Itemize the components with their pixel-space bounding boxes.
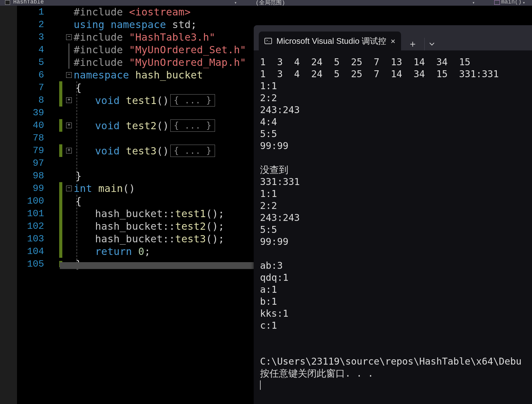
- class-icon: [5, 0, 10, 5]
- terminal-output[interactable]: 1 3 4 24 5 25 7 13 14 34 15 1 3 4 24 5 2…: [254, 50, 532, 397]
- line-number: 5: [0, 57, 44, 68]
- editor-navigation-bar: HashTable ▾ (全局范围) ▾ main() ▾: [0, 0, 532, 6]
- console-icon: [264, 38, 272, 44]
- line-number: 4: [0, 44, 44, 55]
- scope-dropdown[interactable]: (全局范围): [256, 0, 285, 6]
- scope-label: (全局范围): [256, 0, 285, 6]
- terminal-window: Microsoft Visual Studio 调试控 ✕ ＋ 1 3 4 24…: [254, 25, 532, 404]
- preproc-bar: [69, 43, 69, 56]
- line-number: 40: [0, 120, 44, 131]
- function-icon: [494, 0, 500, 5]
- code-content: using namespace std;: [74, 19, 197, 31]
- line-number: 105: [0, 259, 44, 269]
- git-change-marker: [59, 220, 62, 233]
- code-content: }: [76, 170, 82, 182]
- line-number: 97: [0, 158, 44, 169]
- preproc-bar: [69, 56, 69, 69]
- git-change-marker: [59, 119, 62, 132]
- terminal-cursor: [260, 380, 261, 390]
- collapsed-region[interactable]: { ... }: [170, 145, 215, 157]
- code-content: #include "MyUnOrdered_Map.h": [74, 56, 246, 68]
- git-change-marker: [59, 233, 62, 245]
- terminal-tab-title: Microsoft Visual Studio 调试控: [276, 36, 386, 47]
- git-change-marker: [59, 245, 62, 258]
- code-content: #include "MyUnOrdered_Set.h": [74, 44, 246, 56]
- fold-expand-icon[interactable]: +: [66, 148, 72, 153]
- line-number: 99: [0, 183, 44, 194]
- terminal-tab[interactable]: Microsoft Visual Studio 调试控 ✕: [259, 32, 401, 50]
- code-content: hash_bucket::test2();: [95, 220, 224, 232]
- line-number: 2: [0, 19, 44, 30]
- terminal-menu-button[interactable]: [424, 38, 439, 50]
- line-number: 8: [0, 95, 44, 106]
- git-change-marker: [59, 195, 62, 207]
- code-content: void test2(){ ... }: [95, 119, 215, 132]
- line-number: 101: [0, 208, 44, 219]
- code-content: #include <iostream>: [74, 6, 191, 18]
- git-change-marker: [59, 182, 62, 195]
- git-change-marker: [59, 144, 62, 157]
- collapsed-region[interactable]: { ... }: [170, 119, 215, 132]
- code-content: namespace hash_bucket: [74, 69, 203, 81]
- chevron-down-icon[interactable]: ▾: [234, 0, 237, 5]
- chevron-down-icon[interactable]: ▾: [472, 0, 475, 5]
- git-change-marker: [59, 81, 62, 94]
- fold-expand-icon[interactable]: +: [66, 123, 72, 128]
- code-content: {: [76, 82, 94, 94]
- git-change-marker: [59, 207, 62, 220]
- new-tab-button[interactable]: ＋: [401, 38, 424, 50]
- fold-collapse-icon[interactable]: −: [66, 72, 72, 78]
- terminal-titlebar: Microsoft Visual Studio 调试控 ✕ ＋: [254, 25, 532, 50]
- code-content: #include "HashTable3.h": [74, 31, 215, 43]
- line-number: 78: [0, 133, 44, 143]
- git-change-marker: [59, 94, 62, 107]
- code-content: void test3(){ ... }: [95, 145, 215, 157]
- line-number: 98: [0, 170, 44, 181]
- close-icon[interactable]: ✕: [391, 37, 395, 46]
- line-number: 1: [0, 7, 44, 17]
- code-content: hash_bucket::test1();: [95, 208, 224, 220]
- fold-collapse-icon[interactable]: −: [66, 186, 72, 191]
- line-number: 7: [0, 82, 44, 93]
- line-number: 79: [0, 145, 44, 156]
- class-scope-label: HashTable: [13, 0, 44, 5]
- line-number: 6: [0, 70, 44, 80]
- line-number: 100: [0, 196, 44, 206]
- line-number: 104: [0, 246, 44, 257]
- fold-expand-icon[interactable]: +: [66, 97, 72, 103]
- collapsed-region[interactable]: { ... }: [170, 94, 215, 107]
- line-number: 39: [0, 107, 44, 118]
- code-content: hash_bucket::test3();: [95, 233, 224, 245]
- code-content: int main(): [74, 182, 135, 194]
- code-content: void test1(){ ... }: [95, 94, 215, 107]
- indent-guide: [76, 81, 77, 182]
- terminal-text: 1 3 4 24 5 25 7 13 14 34 15 1 3 4 24 5 2…: [260, 56, 522, 379]
- line-number: 102: [0, 221, 44, 232]
- function-label: main(): [501, 0, 522, 5]
- line-number: 103: [0, 234, 44, 244]
- horizontal-scrollbar[interactable]: [60, 262, 254, 269]
- class-scope-dropdown[interactable]: HashTable: [5, 0, 44, 5]
- function-dropdown[interactable]: main(): [494, 0, 522, 5]
- line-number: 3: [0, 32, 44, 43]
- code-content: {: [76, 195, 82, 207]
- chevron-down-icon: [429, 41, 435, 47]
- code-content: return 0;: [95, 245, 150, 257]
- chevron-down-icon[interactable]: ▾: [523, 0, 525, 5]
- fold-collapse-icon[interactable]: −: [66, 34, 72, 40]
